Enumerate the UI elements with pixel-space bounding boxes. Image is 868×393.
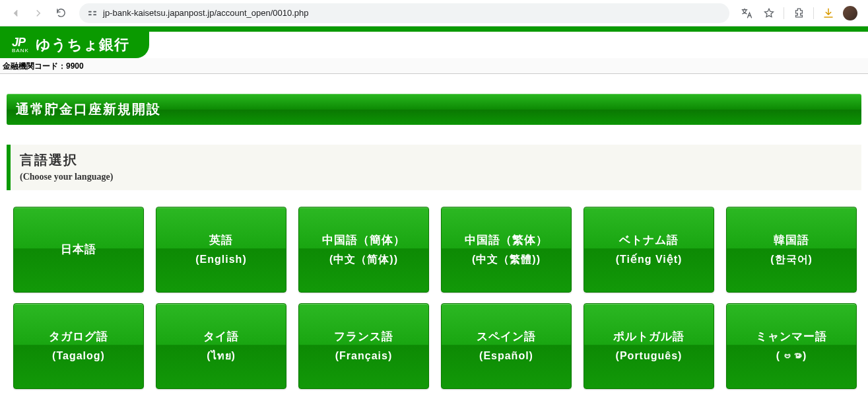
translate-icon[interactable] bbox=[739, 5, 754, 21]
language-grid: 日本語 英語 (English) 中国語（簡体） (中文（简体)) 中国語（繁体… bbox=[13, 207, 861, 389]
lang-jp: ミャンマー語 bbox=[756, 328, 827, 347]
language-button-myanmar[interactable]: ミャンマー語 (ဗမာ) bbox=[726, 303, 857, 389]
download-icon[interactable] bbox=[820, 5, 836, 21]
profile-avatar[interactable] bbox=[843, 6, 857, 20]
language-button-chinese-simplified[interactable]: 中国語（簡体） (中文（简体)) bbox=[298, 207, 429, 293]
browser-toolbar: jp-bank-kaisetsu.japanpost.jp/account_op… bbox=[0, 0, 868, 26]
svg-rect-0 bbox=[88, 11, 92, 12]
bank-header: JP BANK ゆうちょ銀行 bbox=[0, 32, 868, 58]
lang-jp: ベトナム語 bbox=[619, 231, 679, 250]
language-button-english[interactable]: 英語 (English) bbox=[156, 207, 286, 293]
lang-jp: 中国語（簡体） bbox=[322, 231, 405, 250]
lang-jp: スペイン語 bbox=[477, 328, 536, 347]
section-subtitle: (Choose your language) bbox=[20, 172, 852, 182]
lang-native: (中文（繁體)) bbox=[472, 250, 541, 268]
lang-native: (Tiếng Việt) bbox=[616, 250, 683, 268]
lang-jp: 韓国語 bbox=[774, 231, 809, 250]
language-button-japanese[interactable]: 日本語 bbox=[13, 207, 144, 293]
lang-jp: 中国語（繁体） bbox=[465, 231, 548, 250]
lang-jp: タイ語 bbox=[203, 328, 239, 347]
forward-button[interactable] bbox=[29, 4, 48, 22]
lang-native: (Español) bbox=[479, 347, 533, 365]
url-text: jp-bank-kaisetsu.japanpost.jp/account_op… bbox=[103, 8, 309, 18]
logo-mark-icon: JP BANK bbox=[12, 36, 29, 54]
language-button-french[interactable]: フランス語 (Français) bbox=[298, 303, 429, 389]
bank-logo[interactable]: JP BANK ゆうちょ銀行 bbox=[0, 32, 149, 58]
lang-native: (English) bbox=[195, 250, 246, 268]
svg-rect-3 bbox=[93, 14, 96, 15]
lang-jp: ポルトガル語 bbox=[613, 328, 684, 347]
bookmark-star-icon[interactable] bbox=[761, 5, 777, 21]
lang-jp: 英語 bbox=[209, 231, 233, 250]
svg-rect-1 bbox=[88, 14, 92, 15]
language-button-chinese-traditional[interactable]: 中国語（繁体） (中文（繁體)) bbox=[441, 207, 572, 293]
extensions-icon[interactable] bbox=[791, 5, 807, 21]
language-button-korean[interactable]: 韓国語 (한국어) bbox=[726, 207, 857, 293]
institution-code: 金融機関コード：9900 bbox=[0, 58, 868, 74]
lang-jp: 日本語 bbox=[61, 240, 96, 260]
toolbar-separator bbox=[784, 7, 784, 19]
logo-bank-text: BANK bbox=[12, 48, 29, 54]
bank-name: ゆうちょ銀行 bbox=[36, 35, 129, 55]
page-title: 通常貯金口座新規開設 bbox=[7, 94, 861, 125]
page-content: 通常貯金口座新規開設 言語選択 (Choose your language) 日… bbox=[0, 94, 868, 393]
logo-jp-text: JP bbox=[12, 36, 29, 48]
back-button[interactable] bbox=[7, 4, 25, 22]
lang-native: (Français) bbox=[335, 347, 392, 365]
accent-bar bbox=[0, 26, 868, 32]
language-button-tagalog[interactable]: タガログ語 (Tagalog) bbox=[13, 303, 144, 389]
section-title: 言語選択 bbox=[20, 151, 852, 169]
language-button-spanish[interactable]: スペイン語 (Español) bbox=[441, 303, 572, 389]
lang-native: (ဗမာ) bbox=[776, 347, 807, 365]
lang-native: (Português) bbox=[616, 347, 683, 365]
lang-native: (ไทย) bbox=[207, 347, 236, 365]
lang-jp: タガログ語 bbox=[49, 328, 108, 347]
lang-native: (한국어) bbox=[770, 250, 813, 268]
svg-rect-2 bbox=[93, 11, 96, 12]
reload-button[interactable] bbox=[51, 4, 70, 22]
language-button-vietnamese[interactable]: ベトナム語 (Tiếng Việt) bbox=[584, 207, 714, 293]
language-button-thai[interactable]: タイ語 (ไทย) bbox=[156, 303, 286, 389]
language-button-portuguese[interactable]: ポルトガル語 (Português) bbox=[584, 303, 714, 389]
lang-native: (Tagalog) bbox=[52, 347, 105, 365]
section-language: 言語選択 (Choose your language) bbox=[7, 145, 861, 190]
lang-native: (中文（简体)) bbox=[329, 250, 398, 268]
lang-jp: フランス語 bbox=[334, 328, 393, 347]
url-bar[interactable]: jp-bank-kaisetsu.japanpost.jp/account_op… bbox=[79, 3, 729, 23]
toolbar-separator bbox=[813, 7, 814, 19]
site-settings-icon[interactable] bbox=[87, 8, 98, 18]
